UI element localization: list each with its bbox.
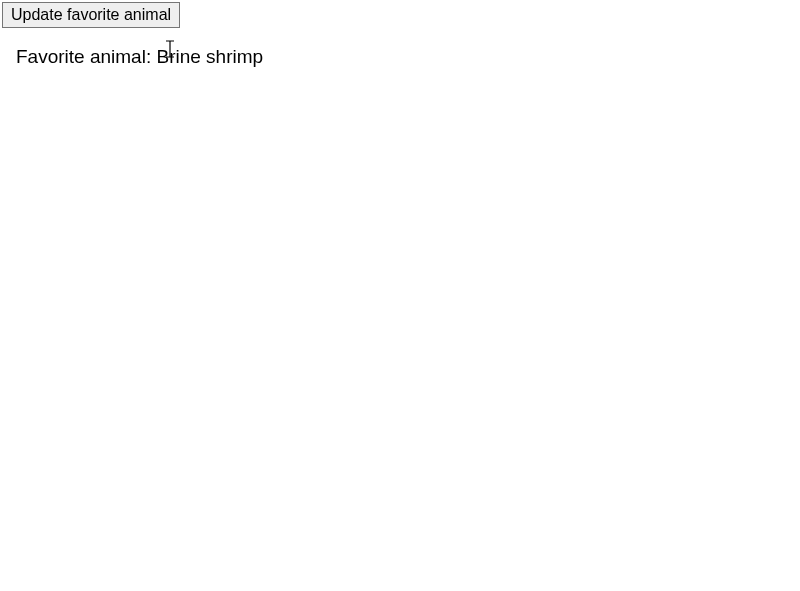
favorite-animal-display: Favorite animal: Brine shrimp [16, 46, 800, 68]
favorite-animal-value: Brine shrimp [156, 46, 263, 67]
update-favorite-animal-button[interactable]: Update favorite animal [2, 2, 180, 28]
favorite-animal-label: Favorite animal: [16, 46, 156, 67]
